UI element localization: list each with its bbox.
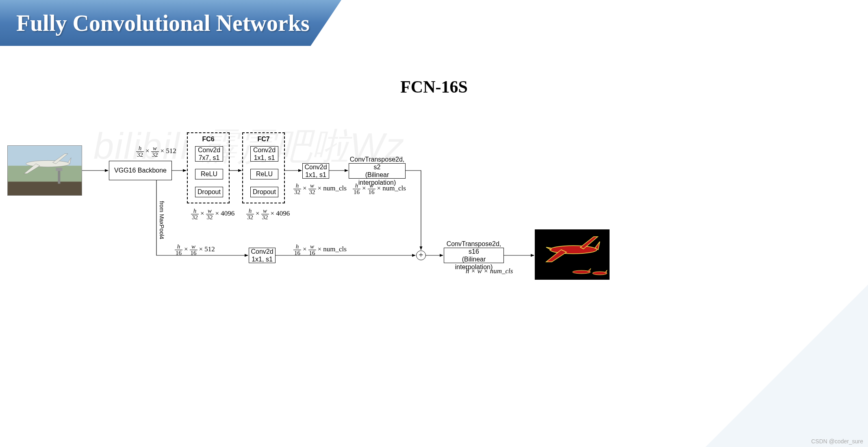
conv-after-fc7: Conv2d1x1, s1 — [302, 163, 329, 179]
dim-final: h × w × num_cls — [466, 267, 513, 275]
skip-conv: Conv2d1x1, s1 — [249, 248, 276, 263]
fc6-relu: ReLU — [195, 169, 223, 179]
fc6-conv: Conv2d7x7, s1 — [195, 146, 223, 162]
sum-node-icon — [416, 250, 426, 260]
dim-16-numcls-a: h16×w16×num_cls — [353, 183, 406, 195]
dim-16-512: h16×w16×512 — [175, 244, 215, 256]
dim-32-4096-b: h32×w32×4096 — [246, 208, 290, 220]
fc7-group: FC7 Conv2d1x1, s1 ReLU Dropout — [242, 132, 285, 203]
svg-point-10 — [550, 246, 597, 254]
dim-16-numcls-b: h16×w16×num_cls — [293, 244, 347, 256]
svg-rect-8 — [56, 168, 63, 171]
vgg-label: VGG16 Backbone — [114, 166, 167, 174]
diagram-title: FCN-16S — [0, 77, 868, 97]
header-banner: Fully Convolutional Networks — [0, 0, 341, 46]
dim-32-512: h32×w32×512 — [136, 145, 176, 158]
page-title: Fully Convolutional Networks — [16, 10, 310, 36]
svg-rect-1 — [8, 166, 81, 181]
svg-rect-2 — [8, 182, 81, 195]
input-image — [7, 145, 82, 196]
footer-credit: CSDN @coder_sure — [811, 438, 863, 445]
from-maxpool4-label: from MaxPool4 — [158, 201, 165, 239]
fcn-diagram: VGG16 Backbone FC6 Conv2d7x7, s1 ReLU Dr… — [0, 126, 868, 369]
convtranspose-s2: ConvTranspose2d, s2(Bilinear interpolati… — [349, 163, 406, 179]
output-segmentation-image — [535, 229, 610, 280]
fc7-title: FC7 — [243, 136, 284, 143]
fc6-group: FC6 Conv2d7x7, s1 ReLU Dropout — [187, 132, 230, 203]
dim-32-4096-a: h32×w32×4096 — [191, 208, 234, 220]
fc6-dropout: Dropout — [195, 187, 223, 197]
fc6-title: FC6 — [188, 136, 229, 143]
fc7-dropout: Dropout — [250, 187, 278, 197]
vgg-backbone-node: VGG16 Backbone — [109, 161, 172, 180]
svg-rect-7 — [58, 170, 60, 184]
fc7-conv: Conv2d1x1, s1 — [250, 146, 278, 162]
fc7-relu: ReLU — [250, 169, 278, 179]
dim-32-numcls: h32×w32×num_cls — [293, 183, 347, 195]
svg-point-3 — [26, 160, 70, 167]
convtranspose-s16: ConvTranspose2d, s16(Bilinear interpolat… — [444, 248, 504, 263]
